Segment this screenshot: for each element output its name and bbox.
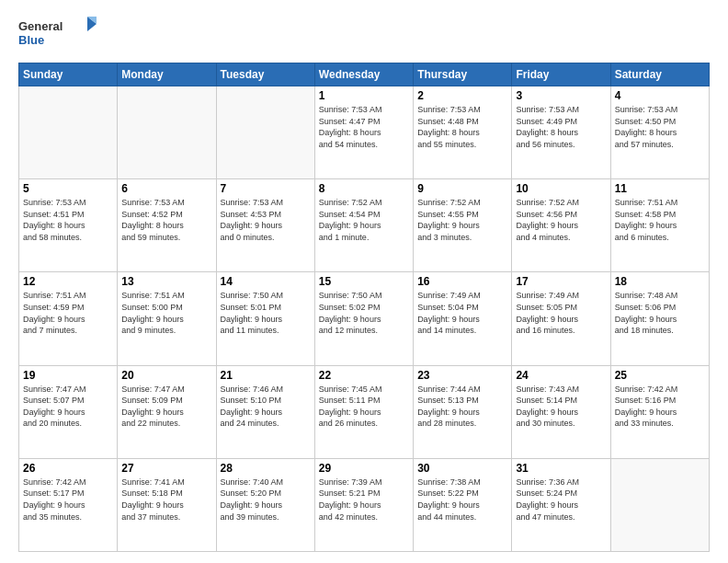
calendar-cell	[19, 86, 118, 179]
calendar-cell: 30Sunrise: 7:38 AMSunset: 5:22 PMDayligh…	[414, 458, 512, 551]
day-info: Sunrise: 7:41 AMSunset: 5:18 PMDaylight:…	[121, 477, 211, 523]
calendar-cell: 20Sunrise: 7:47 AMSunset: 5:09 PMDayligh…	[118, 365, 216, 458]
day-info: Sunrise: 7:51 AMSunset: 5:00 PMDaylight:…	[121, 290, 211, 336]
day-number: 21	[221, 369, 311, 382]
calendar-cell: 4Sunrise: 7:53 AMSunset: 4:50 PMDaylight…	[610, 86, 709, 179]
day-header-thursday: Thursday	[414, 63, 512, 86]
day-number: 23	[417, 369, 507, 382]
day-number: 19	[23, 369, 113, 382]
calendar-table: SundayMondayTuesdayWednesdayThursdayFrid…	[18, 63, 710, 552]
calendar-week-3: 12Sunrise: 7:51 AMSunset: 4:59 PMDayligh…	[19, 272, 710, 365]
day-number: 8	[319, 182, 409, 195]
calendar-cell: 6Sunrise: 7:53 AMSunset: 4:52 PMDaylight…	[118, 179, 216, 272]
calendar-cell: 3Sunrise: 7:53 AMSunset: 4:49 PMDaylight…	[512, 86, 610, 179]
day-number: 7	[221, 182, 311, 195]
day-info: Sunrise: 7:42 AMSunset: 5:16 PMDaylight:…	[615, 384, 705, 430]
day-header-saturday: Saturday	[610, 63, 709, 86]
day-info: Sunrise: 7:42 AMSunset: 5:17 PMDaylight:…	[23, 477, 113, 523]
day-number: 31	[516, 462, 606, 475]
calendar-cell: 9Sunrise: 7:52 AMSunset: 4:55 PMDaylight…	[414, 179, 512, 272]
calendar-cell	[118, 86, 216, 179]
calendar-cell: 11Sunrise: 7:51 AMSunset: 4:58 PMDayligh…	[610, 179, 709, 272]
day-number: 4	[615, 89, 705, 102]
calendar-cell: 5Sunrise: 7:53 AMSunset: 4:51 PMDaylight…	[19, 179, 118, 272]
day-number: 29	[319, 462, 409, 475]
calendar-header-row: SundayMondayTuesdayWednesdayThursdayFrid…	[19, 63, 710, 86]
day-number: 28	[221, 462, 311, 475]
calendar-cell: 13Sunrise: 7:51 AMSunset: 5:00 PMDayligh…	[118, 272, 216, 365]
day-info: Sunrise: 7:52 AMSunset: 4:54 PMDaylight:…	[319, 197, 409, 243]
day-info: Sunrise: 7:39 AMSunset: 5:21 PMDaylight:…	[319, 477, 409, 523]
day-number: 9	[417, 182, 507, 195]
day-info: Sunrise: 7:40 AMSunset: 5:20 PMDaylight:…	[221, 477, 311, 523]
day-info: Sunrise: 7:53 AMSunset: 4:50 PMDaylight:…	[615, 104, 705, 150]
day-info: Sunrise: 7:45 AMSunset: 5:11 PMDaylight:…	[319, 384, 409, 430]
calendar-cell	[610, 458, 709, 551]
header: General Blue	[18, 15, 710, 53]
day-number: 24	[516, 369, 606, 382]
day-number: 25	[615, 369, 705, 382]
day-info: Sunrise: 7:38 AMSunset: 5:22 PMDaylight:…	[417, 477, 507, 523]
calendar-cell: 2Sunrise: 7:53 AMSunset: 4:48 PMDaylight…	[414, 86, 512, 179]
calendar-cell: 17Sunrise: 7:49 AMSunset: 5:05 PMDayligh…	[512, 272, 610, 365]
day-info: Sunrise: 7:53 AMSunset: 4:49 PMDaylight:…	[516, 104, 606, 150]
day-number: 12	[23, 275, 113, 288]
day-number: 5	[23, 182, 113, 195]
day-number: 18	[615, 275, 705, 288]
day-info: Sunrise: 7:53 AMSunset: 4:53 PMDaylight:…	[221, 197, 311, 243]
day-number: 3	[516, 89, 606, 102]
calendar-cell	[216, 86, 314, 179]
calendar-week-5: 26Sunrise: 7:42 AMSunset: 5:17 PMDayligh…	[19, 458, 710, 551]
day-number: 13	[121, 275, 211, 288]
day-info: Sunrise: 7:46 AMSunset: 5:10 PMDaylight:…	[221, 384, 311, 430]
calendar-week-4: 19Sunrise: 7:47 AMSunset: 5:07 PMDayligh…	[19, 365, 710, 458]
calendar-cell: 21Sunrise: 7:46 AMSunset: 5:10 PMDayligh…	[216, 365, 314, 458]
calendar-cell: 1Sunrise: 7:53 AMSunset: 4:47 PMDaylight…	[314, 86, 413, 179]
day-number: 1	[319, 89, 409, 102]
calendar-cell: 16Sunrise: 7:49 AMSunset: 5:04 PMDayligh…	[414, 272, 512, 365]
calendar-cell: 14Sunrise: 7:50 AMSunset: 5:01 PMDayligh…	[216, 272, 314, 365]
day-info: Sunrise: 7:36 AMSunset: 5:24 PMDaylight:…	[516, 477, 606, 523]
day-number: 27	[121, 462, 211, 475]
day-header-tuesday: Tuesday	[216, 63, 314, 86]
day-number: 22	[319, 369, 409, 382]
general-blue-logo: General Blue	[18, 15, 101, 53]
day-number: 11	[615, 182, 705, 195]
day-info: Sunrise: 7:50 AMSunset: 5:01 PMDaylight:…	[221, 290, 311, 336]
page: General Blue SundayMondayTuesdayWednesda…	[0, 0, 728, 563]
day-number: 15	[319, 275, 409, 288]
day-number: 17	[516, 275, 606, 288]
day-info: Sunrise: 7:47 AMSunset: 5:07 PMDaylight:…	[23, 384, 113, 430]
calendar-cell: 22Sunrise: 7:45 AMSunset: 5:11 PMDayligh…	[314, 365, 413, 458]
day-header-monday: Monday	[118, 63, 216, 86]
calendar-cell: 27Sunrise: 7:41 AMSunset: 5:18 PMDayligh…	[118, 458, 216, 551]
day-number: 20	[121, 369, 211, 382]
day-info: Sunrise: 7:52 AMSunset: 4:55 PMDaylight:…	[417, 197, 507, 243]
day-number: 6	[121, 182, 211, 195]
svg-text:General: General	[18, 19, 63, 33]
day-info: Sunrise: 7:51 AMSunset: 4:59 PMDaylight:…	[23, 290, 113, 336]
calendar-cell: 12Sunrise: 7:51 AMSunset: 4:59 PMDayligh…	[19, 272, 118, 365]
calendar-cell: 28Sunrise: 7:40 AMSunset: 5:20 PMDayligh…	[216, 458, 314, 551]
day-info: Sunrise: 7:47 AMSunset: 5:09 PMDaylight:…	[121, 384, 211, 430]
day-number: 26	[23, 462, 113, 475]
calendar-cell: 24Sunrise: 7:43 AMSunset: 5:14 PMDayligh…	[512, 365, 610, 458]
day-number: 16	[417, 275, 507, 288]
day-info: Sunrise: 7:50 AMSunset: 5:02 PMDaylight:…	[319, 290, 409, 336]
day-info: Sunrise: 7:52 AMSunset: 4:56 PMDaylight:…	[516, 197, 606, 243]
calendar-week-2: 5Sunrise: 7:53 AMSunset: 4:51 PMDaylight…	[19, 179, 710, 272]
day-info: Sunrise: 7:53 AMSunset: 4:52 PMDaylight:…	[121, 197, 211, 243]
day-number: 14	[221, 275, 311, 288]
day-info: Sunrise: 7:53 AMSunset: 4:47 PMDaylight:…	[319, 104, 409, 150]
day-header-wednesday: Wednesday	[314, 63, 413, 86]
day-info: Sunrise: 7:49 AMSunset: 5:04 PMDaylight:…	[417, 290, 507, 336]
day-info: Sunrise: 7:51 AMSunset: 4:58 PMDaylight:…	[615, 197, 705, 243]
day-number: 10	[516, 182, 606, 195]
day-number: 30	[417, 462, 507, 475]
svg-text:Blue: Blue	[18, 33, 44, 47]
day-info: Sunrise: 7:49 AMSunset: 5:05 PMDaylight:…	[516, 290, 606, 336]
calendar-cell: 23Sunrise: 7:44 AMSunset: 5:13 PMDayligh…	[414, 365, 512, 458]
logo: General Blue	[18, 15, 101, 53]
day-info: Sunrise: 7:53 AMSunset: 4:51 PMDaylight:…	[23, 197, 113, 243]
calendar-cell: 8Sunrise: 7:52 AMSunset: 4:54 PMDaylight…	[314, 179, 413, 272]
